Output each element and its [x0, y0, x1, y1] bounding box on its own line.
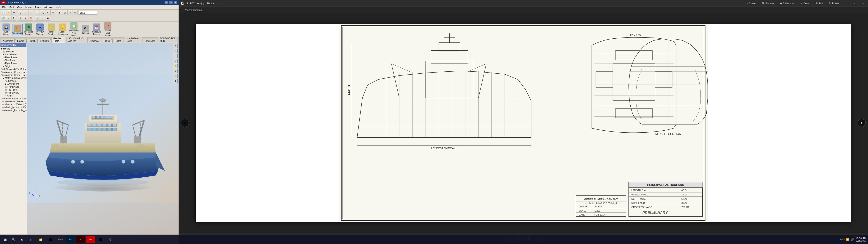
- photo-close[interactable]: ✕: [861, 1, 866, 5]
- tree-item-crane-opt2[interactable]: ⬡ (-) Assem_Crane_Opt<2> (Defaul: [0, 74, 26, 77]
- menu-help[interactable]: Help: [55, 5, 62, 9]
- photo-action-share[interactable]: ↑ Share: [745, 2, 757, 5]
- tab-tubing[interactable]: Tubing: [112, 39, 123, 43]
- photo-action-edit[interactable]: ⊞ Edit: [814, 1, 824, 5]
- tb-redo[interactable]: ↪: [28, 10, 33, 15]
- tree-item-crane-opt1[interactable]: ⬡ (-) Assem_Crane_Opt<1> (Defaul: [0, 71, 26, 74]
- taskbar-app-illustrator[interactable]: Ai: [76, 236, 85, 243]
- render-scene-illumination[interactable]: 💡 SceneIllumination: [57, 23, 68, 36]
- vp-section[interactable]: ⊥: [173, 69, 178, 73]
- tab-sketch[interactable]: Sketch: [26, 39, 37, 43]
- render-preview-window[interactable]: 🖼 PreviewWindow: [35, 23, 45, 36]
- photo-action-slideshow[interactable]: ▶ Slideshow: [779, 1, 796, 5]
- render-integrated-preview[interactable]: 👁 IntegratedPreview: [24, 23, 34, 36]
- tree-item-ship-no4[interactable]: ⬡ (f) Ship no4<2> (Default<<Defa: [0, 68, 26, 71]
- tree-item-mates[interactable]: ▶ Mates in Ship assembly: [0, 77, 26, 80]
- tree-item-mast[interactable]: ⬡ (-) Mast<1> (Default<{Defaul: [0, 103, 26, 106]
- taskbar-clock[interactable]: 11:58 PM 2/18/2017: [856, 237, 866, 242]
- vp-zoom-out[interactable]: -: [173, 54, 178, 58]
- tab-layout[interactable]: Layout: [15, 39, 26, 43]
- tb-display3[interactable]: ⊡: [67, 10, 72, 15]
- tab-render-tools[interactable]: Render Tools: [51, 37, 66, 43]
- photo-maximize[interactable]: □: [853, 2, 857, 5]
- tree-item-hydraulic-ram[interactable]: ⬡ (-) Assem_hydraulic_ram<1>: [0, 109, 26, 112]
- photo-action-draw[interactable]: ✏ Draw: [799, 1, 811, 5]
- tb-zoom-in[interactable]: +: [45, 10, 50, 15]
- taskbar-app-photoshop[interactable]: Ps: [66, 236, 75, 243]
- tb-display4[interactable]: ⊞: [72, 10, 78, 15]
- photo-action-rotate[interactable]: ↻ Rotate: [828, 1, 841, 5]
- vp-rotate[interactable]: ↻: [173, 59, 178, 63]
- tb-undo[interactable]: ↩: [23, 10, 28, 15]
- taskbar-app-chrome[interactable]: ⬤: [46, 236, 55, 243]
- tree-item-origin[interactable]: ✕ Origin: [0, 65, 26, 68]
- tb-open[interactable]: 📂: [6, 10, 11, 15]
- tree-item-fixed-base[interactable]: ⬡ (f) fixed_base<1> (Default<<: [0, 97, 26, 100]
- menu-edit[interactable]: Edit: [8, 5, 15, 9]
- tb-move-comp[interactable]: ↕: [6, 16, 11, 21]
- maximize-btn[interactable]: □: [169, 1, 173, 4]
- taskbar-task-view[interactable]: ▣: [18, 236, 25, 243]
- photo-next-btn[interactable]: ›: [858, 119, 866, 127]
- tb-component-color[interactable]: 🎨: [28, 16, 33, 21]
- tree-item-annotations2[interactable]: ▶ Annotations: [0, 83, 26, 85]
- tb-save[interactable]: 💾: [11, 10, 16, 15]
- photo-minimize[interactable]: —: [844, 2, 849, 5]
- tree-item-revolution-base[interactable]: ⬡ (-) revolution_base<1> (Defa: [0, 100, 26, 103]
- tree-item-annotations[interactable]: ▶ Annotations: [0, 53, 26, 56]
- tb-print[interactable]: 🖨: [18, 10, 23, 15]
- taskbar-app-unknown[interactable]: ⬡: [106, 236, 115, 243]
- tab-mbd[interactable]: SOLIDWORKS MBD: [158, 37, 177, 43]
- sw-3d-viewport[interactable]: X Y Z ⊡ + - ↻ ✋ ⊥ ⬡ ◼: [27, 43, 179, 235]
- menu-insert[interactable]: Insert: [24, 5, 33, 9]
- tb-select[interactable]: ↖: [35, 10, 40, 15]
- tree-item-front-plane[interactable]: ▭ Front Plane: [0, 56, 26, 59]
- tb-smart-mates[interactable]: 🔗: [1, 16, 6, 21]
- taskbar-cortana[interactable]: 🔍: [10, 236, 17, 243]
- render-appearance[interactable]: 🎨 Appearance: [12, 24, 23, 35]
- tb-section-view[interactable]: ⊥: [35, 16, 40, 21]
- vp-zoom-in[interactable]: +: [173, 49, 178, 53]
- tree-item-sensors2[interactable]: 📡 Sensors: [0, 80, 26, 83]
- tab-evaluate[interactable]: Evaluate: [38, 39, 51, 43]
- render-schedule[interactable]: 📅 ScheduleRender: [91, 23, 102, 36]
- taskbar-app-solidworks[interactable]: SW: [86, 236, 95, 243]
- tree-item-top-plane-1[interactable]: ▭ Top Plane: [0, 59, 26, 62]
- vp-orient[interactable]: ⬡: [173, 74, 178, 78]
- tab-electrical[interactable]: Electrical: [88, 39, 101, 43]
- close-btn[interactable]: ✕: [174, 1, 177, 4]
- menu-tools[interactable]: Tools: [33, 5, 42, 9]
- tb-display1[interactable]: ◼: [57, 10, 62, 15]
- tb-show-hide[interactable]: 👁: [18, 16, 23, 21]
- tree-item-front-plane2[interactable]: ▭ Front Plane: [0, 85, 26, 88]
- taskbar-app-notepad[interactable]: N++: [56, 236, 65, 243]
- tb-rotate[interactable]: ↻: [51, 10, 55, 15]
- photo-prev-btn[interactable]: ‹: [181, 119, 189, 127]
- menu-view[interactable]: View: [16, 5, 24, 9]
- tree-item-right-plane2[interactable]: ▭ Right Plane: [0, 91, 26, 94]
- render-final-render[interactable]: ✨ FinalRender: [46, 23, 57, 36]
- taskbar-start-btn[interactable]: ⊞: [2, 236, 9, 243]
- view-all-photos-label[interactable]: View all photos: [185, 8, 202, 11]
- tb-new[interactable]: 📄: [1, 10, 6, 15]
- tb-rotate-comp[interactable]: ↻: [11, 16, 16, 21]
- tb-transparency[interactable]: ◈: [23, 16, 28, 21]
- tb-view-orientation[interactable]: ⬡: [40, 16, 45, 21]
- minimize-btn[interactable]: —: [164, 1, 168, 4]
- tab-solidworks-addins[interactable]: SOLIDWORKS Add-Ins: [66, 37, 88, 43]
- render-edit-scene[interactable]: 🌄 EditScene: [1, 23, 11, 36]
- tb-zoom-fit[interactable]: 🔍: [40, 10, 45, 15]
- taskbar-app-explorer[interactable]: 📁: [36, 236, 45, 243]
- menu-window[interactable]: Window: [42, 5, 54, 9]
- tree-item-history[interactable]: ▶ History: [0, 47, 26, 50]
- tree-item-top-plane-2[interactable]: ▭ Top Plane: [0, 88, 26, 91]
- tree-item-right-plane[interactable]: ▭ Right Plane: [0, 62, 26, 65]
- tb-display2[interactable]: ◻: [62, 10, 67, 15]
- tab-assembly[interactable]: Assembly: [1, 39, 15, 43]
- taskbar-app-edge[interactable]: e: [26, 236, 35, 243]
- menu-file[interactable]: File: [1, 5, 8, 9]
- render-proof-sheet[interactable]: 📋 IlluminationProof Sheet: [69, 22, 79, 37]
- scale-input[interactable]: [79, 11, 97, 15]
- tab-piping[interactable]: Piping: [102, 39, 112, 43]
- vp-pan[interactable]: ✋: [173, 64, 178, 68]
